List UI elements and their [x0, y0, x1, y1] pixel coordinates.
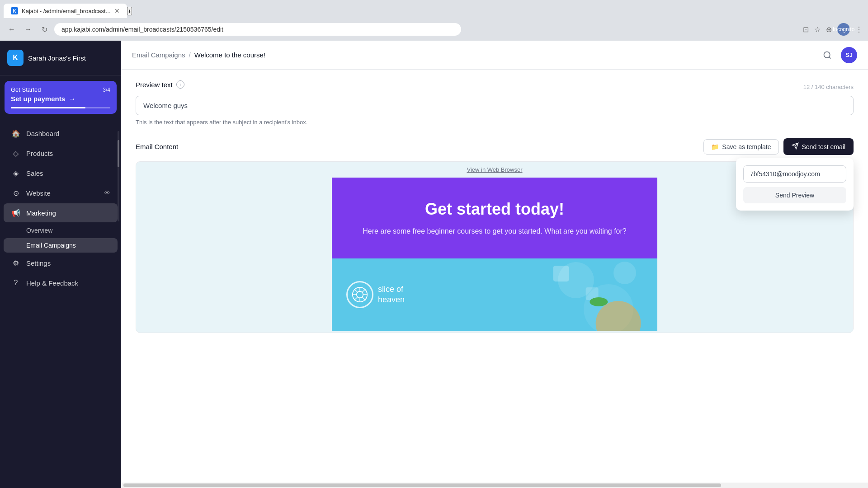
content-area: Preview text i 12 / 140 characters This …	[121, 70, 868, 483]
sidebar-sub-item-email-campaigns[interactable]: Email Campaigns	[4, 238, 118, 253]
slice-icon	[346, 281, 373, 308]
sidebar-item-label: Help & Feedback	[26, 279, 78, 287]
preview-text-hint: This is the text that appears after the …	[136, 119, 854, 126]
sidebar-item-label: Products	[26, 150, 53, 157]
dashboard-icon: 🏠	[11, 128, 21, 138]
browser-chrome: K Kajabi - /admin/email_broadcast... ✕ +…	[0, 0, 868, 41]
email-hero-subtitle: Here are some free beginner courses to g…	[346, 226, 643, 237]
svg-line-12	[362, 289, 365, 292]
main-content: Email Campaigns / Welcome to the course!…	[121, 41, 868, 488]
sidebar-logo: K	[7, 50, 24, 66]
sidebar-item-label: Settings	[26, 259, 51, 267]
sidebar-scrollbar	[118, 131, 119, 221]
sidebar-item-label: Sales	[26, 169, 43, 177]
reload-button[interactable]: ↻	[38, 23, 51, 36]
send-test-container: Send test email Send Preview	[783, 138, 854, 155]
browser-tab[interactable]: K Kajabi - /admin/email_broadcast... ✕	[4, 4, 127, 18]
svg-line-11	[362, 297, 365, 300]
sub-item-label: Email Campaigns	[26, 242, 76, 249]
send-preview-button[interactable]: Send Preview	[743, 187, 846, 203]
preview-text-section: Preview text i 12 / 140 characters This …	[136, 80, 854, 126]
slice-logo: slice ofheaven	[346, 281, 405, 308]
search-button[interactable]	[819, 47, 835, 63]
sidebar-scroll-thumb	[118, 140, 119, 167]
info-icon[interactable]: i	[176, 80, 184, 89]
sidebar-item-marketing[interactable]: 📢 Marketing	[4, 203, 118, 222]
back-button[interactable]: ←	[5, 23, 18, 36]
tab-favicon: K	[11, 7, 18, 14]
sub-item-label: Overview	[26, 227, 52, 234]
sidebar-item-products[interactable]: ◇ Products	[4, 144, 118, 163]
char-counter: 12 / 140 characters	[803, 84, 854, 90]
email-content-actions: 📁 Save as template	[703, 138, 854, 155]
bottom-scrollbar[interactable]	[121, 483, 868, 488]
view-in-browser-link[interactable]: View in Web Browser	[467, 166, 522, 173]
email-content-title: Email Content	[136, 143, 178, 150]
preview-text-row: Preview text i 12 / 140 characters	[136, 80, 854, 93]
get-started-label: Get Started	[11, 86, 41, 93]
preview-text-input[interactable]	[136, 96, 854, 115]
send-test-button[interactable]: Send test email	[783, 138, 854, 155]
preview-text-label: Preview text	[136, 81, 173, 89]
cast-icon: ⊡	[803, 25, 809, 34]
address-bar: ← → ↻ ⊡ ☆ ⊕ Incognito ⋮	[0, 18, 868, 41]
email-content-section: Email Content 📁 Save as template	[136, 138, 854, 333]
breadcrumb: Email Campaigns / Welcome to the course!	[132, 51, 265, 59]
sidebar-item-help[interactable]: ? Help & Feedback	[4, 273, 118, 292]
email-hero: Get started today! Here are some free be…	[332, 178, 657, 258]
settings-icon: ⚙	[11, 258, 21, 268]
sidebar-header: K Sarah Jonas's First	[0, 41, 121, 75]
bottom-scroll-thumb	[123, 483, 721, 487]
breadcrumb-current: Welcome to the course!	[194, 51, 265, 59]
breadcrumb-separator: /	[189, 51, 191, 59]
company-name: Sarah Jonas's First	[28, 54, 86, 62]
send-icon	[792, 142, 799, 151]
top-bar: Email Campaigns / Welcome to the course!…	[121, 41, 868, 70]
save-template-button[interactable]: 📁 Save as template	[703, 139, 778, 155]
svg-point-5	[357, 291, 363, 298]
arrow-right-icon: →	[69, 95, 75, 103]
products-icon: ◇	[11, 148, 21, 158]
forward-button[interactable]: →	[22, 23, 34, 36]
svg-line-10	[354, 289, 357, 292]
new-tab-button[interactable]: +	[127, 7, 132, 15]
sidebar-item-label: Marketing	[26, 209, 56, 217]
email-hero-title: Get started today!	[346, 199, 643, 219]
get-started-count: 3/4	[103, 87, 110, 93]
help-icon: ?	[11, 278, 21, 288]
sidebar-item-label: Dashboard	[26, 130, 59, 137]
svg-line-1	[829, 56, 831, 58]
svg-point-16	[613, 262, 636, 284]
browser-actions: ⊡ ☆ ⊕ Incognito ⋮	[803, 23, 863, 36]
get-started-progress-fill	[11, 107, 85, 108]
sidebar-sub-item-overview[interactable]: Overview	[4, 223, 118, 238]
user-avatar[interactable]: SJ	[841, 47, 857, 63]
svg-line-13	[354, 297, 357, 300]
test-email-input[interactable]	[743, 165, 846, 183]
get-started-action[interactable]: Set up payments →	[11, 95, 110, 103]
svg-rect-18	[553, 266, 569, 282]
tab-close-button[interactable]: ✕	[114, 7, 120, 14]
get-started-action-text: Set up payments	[11, 95, 65, 103]
bookmark-icon[interactable]: ☆	[814, 25, 821, 34]
breadcrumb-parent-link[interactable]: Email Campaigns	[132, 51, 185, 59]
sidebar-item-website[interactable]: ⊙ Website 👁	[4, 183, 118, 202]
profile-button[interactable]: Incognito	[837, 23, 850, 36]
website-icon: ⊙	[11, 188, 21, 198]
sidebar-item-label: Website	[26, 189, 51, 197]
slice-name: slice ofheaven	[378, 284, 405, 305]
eye-icon: 👁	[104, 189, 110, 197]
menu-icon[interactable]: ⋮	[855, 25, 863, 34]
sidebar: K Sarah Jonas's First Get Started 3/4 Se…	[0, 41, 121, 488]
email-content-header: Email Content 📁 Save as template	[136, 138, 854, 155]
sidebar-item-sales[interactable]: ◈ Sales	[4, 164, 118, 183]
address-input[interactable]	[54, 23, 461, 36]
folder-icon: 📁	[711, 143, 719, 150]
marketing-icon: 📢	[11, 208, 21, 218]
send-test-dropdown: Send Preview	[736, 158, 854, 211]
sidebar-item-settings[interactable]: ⚙ Settings	[4, 253, 118, 272]
tab-title: Kajabi - /admin/email_broadcast...	[22, 8, 111, 14]
sidebar-item-dashboard[interactable]: 🏠 Dashboard	[4, 124, 118, 143]
get-started-banner[interactable]: Get Started 3/4 Set up payments →	[5, 81, 117, 114]
svg-point-20	[590, 297, 608, 306]
